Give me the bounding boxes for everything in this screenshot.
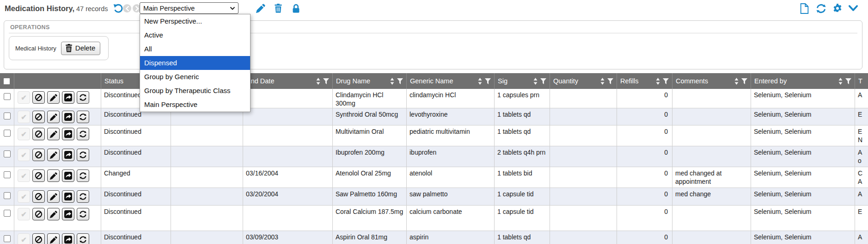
ban-button[interactable] (32, 149, 45, 161)
filter-icon[interactable] (485, 78, 491, 84)
sort-icon[interactable] (533, 78, 538, 85)
column-header-drug_name[interactable]: Drug Name (333, 73, 407, 89)
sort-icon[interactable] (600, 78, 605, 85)
edit-perspective-icon[interactable] (254, 2, 267, 15)
column-label: Comments (676, 77, 732, 85)
refresh-row-button[interactable] (77, 111, 89, 123)
approve-button[interactable]: ✔ (18, 149, 30, 161)
edit-button[interactable] (47, 233, 60, 244)
forward-button[interactable] (62, 128, 74, 140)
row-checkbox[interactable] (4, 150, 11, 157)
row-checkbox[interactable] (4, 171, 11, 178)
refresh-row-button[interactable] (77, 233, 89, 244)
refresh-row-button[interactable] (77, 208, 89, 220)
approve-button[interactable]: ✔ (18, 169, 30, 182)
approve-button[interactable]: ✔ (18, 111, 30, 123)
menu-item[interactable]: Dispensed (140, 56, 250, 70)
filter-icon[interactable] (540, 78, 546, 84)
row-checkbox[interactable] (4, 93, 11, 100)
approve-button[interactable]: ✔ (18, 128, 30, 140)
refresh-icon[interactable] (814, 2, 827, 15)
sort-icon[interactable] (390, 78, 395, 85)
column-header-comments[interactable]: Comments (672, 73, 751, 89)
approve-button[interactable]: ✔ (18, 190, 30, 203)
perspective-select[interactable]: Main Perspective (140, 2, 238, 14)
sort-icon[interactable] (734, 78, 739, 85)
row-checkbox[interactable] (4, 130, 11, 137)
filter-icon[interactable] (845, 78, 851, 84)
gear-icon[interactable] (831, 2, 844, 15)
forward-button[interactable] (62, 169, 74, 182)
new-document-icon[interactable] (798, 2, 811, 15)
forward-button[interactable] (62, 233, 74, 244)
refresh-row-button[interactable] (77, 190, 89, 203)
cell-select (0, 188, 14, 205)
sort-icon[interactable] (477, 78, 483, 85)
edit-button[interactable] (47, 208, 60, 220)
ban-button[interactable] (32, 190, 45, 203)
approve-button[interactable]: ✔ (18, 233, 30, 244)
approve-button[interactable]: ✔ (18, 208, 30, 220)
cell-sig: 1 tablets qd (495, 108, 550, 125)
sort-icon[interactable] (838, 78, 843, 85)
forward-button[interactable] (62, 149, 74, 161)
cell-quantity (550, 188, 617, 205)
column-header-refills[interactable]: Refills (617, 73, 672, 89)
grid-body: ✔DiscontinuedClindamycin HCl 300mgclinda… (0, 89, 868, 244)
menu-item[interactable]: Group by Therapeutic Class (140, 84, 250, 98)
refresh-row-button[interactable] (77, 91, 89, 104)
prev-chevron-icon[interactable] (123, 4, 131, 13)
edit-button[interactable] (47, 149, 60, 161)
filter-icon[interactable] (323, 78, 329, 84)
row-checkbox[interactable] (4, 192, 11, 199)
lock-icon[interactable] (289, 2, 302, 15)
ban-button[interactable] (32, 91, 45, 104)
menu-item[interactable]: All (140, 42, 250, 56)
column-header-quantity[interactable]: Quantity (550, 73, 617, 89)
menu-item[interactable]: Active (140, 28, 250, 42)
edit-button[interactable] (47, 190, 60, 203)
forward-button[interactable] (62, 208, 74, 220)
forward-button[interactable] (62, 111, 74, 123)
column-header-end_date[interactable]: End Date (243, 73, 333, 89)
forward-button[interactable] (62, 91, 74, 104)
filter-icon[interactable] (607, 78, 613, 84)
menu-item[interactable]: Group by Generic (140, 70, 250, 84)
ban-button[interactable] (32, 233, 45, 244)
forward-button[interactable] (62, 190, 74, 203)
column-header-truncated[interactable]: T (855, 73, 868, 89)
row-checkbox[interactable] (4, 113, 11, 119)
refresh-row-button[interactable] (77, 149, 89, 161)
perspective-select-value: Main Perspective (140, 5, 230, 12)
delete-perspective-trash-icon[interactable] (272, 2, 285, 15)
ban-button[interactable] (32, 169, 45, 182)
cell-truncated: C A (855, 167, 868, 188)
filter-icon[interactable] (741, 78, 747, 84)
refresh-row-button[interactable] (77, 169, 89, 182)
edit-button[interactable] (47, 128, 60, 140)
row-checkbox[interactable] (4, 210, 11, 217)
column-header-sig[interactable]: Sig (495, 73, 550, 89)
menu-item[interactable]: New Perspective... (140, 14, 250, 28)
sort-icon[interactable] (316, 78, 321, 85)
refresh-row-button[interactable] (77, 128, 89, 140)
edit-button[interactable] (47, 111, 60, 123)
filter-icon[interactable] (397, 78, 403, 84)
table-row: ✔Discontinued03/09/2003Aspirin Oral 81mg… (0, 231, 868, 244)
row-checkbox[interactable] (4, 235, 11, 242)
collapse-chevron-down-icon[interactable] (847, 2, 860, 15)
filter-icon[interactable] (663, 78, 669, 84)
column-header-entered_by[interactable]: Entered by (751, 73, 855, 89)
delete-button[interactable]: Delete (61, 42, 100, 55)
column-header-generic_name[interactable]: Generic Name (407, 73, 495, 89)
edit-button[interactable] (47, 91, 60, 104)
edit-button[interactable] (47, 169, 60, 182)
ban-button[interactable] (32, 208, 45, 220)
menu-item[interactable]: Main Perspective (140, 98, 250, 112)
ban-button[interactable] (32, 111, 45, 123)
approve-button[interactable]: ✔ (18, 91, 30, 104)
ban-button[interactable] (32, 128, 45, 140)
select-all-checkbox[interactable] (3, 78, 10, 85)
cell-actions: ✔ (14, 89, 101, 108)
sort-icon[interactable] (655, 78, 660, 85)
